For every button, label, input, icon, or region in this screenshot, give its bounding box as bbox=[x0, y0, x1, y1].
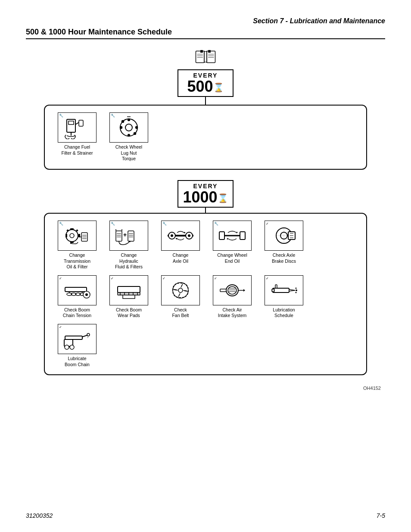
item-lubrication-schedule: ✓ bbox=[260, 275, 308, 319]
item-brake-discs: ✓ bbox=[260, 221, 308, 270]
hydraulic-icon: + bbox=[114, 224, 143, 247]
svg-rect-30 bbox=[65, 234, 67, 237]
diagram-ref: OH4152 bbox=[26, 386, 381, 391]
wheel-end-oil-label: Change WheelEnd Oil bbox=[217, 252, 247, 264]
svg-point-22 bbox=[136, 127, 138, 129]
svg-rect-71 bbox=[65, 287, 87, 292]
svg-rect-60 bbox=[240, 232, 245, 240]
wrench-flag-axle: 🔧 bbox=[162, 222, 167, 226]
every-1000-box: EVERY 1000⌛ bbox=[177, 180, 234, 208]
svg-rect-101 bbox=[275, 285, 277, 288]
items-row-1000-2: ✓ bbox=[53, 275, 358, 319]
svg-marker-56 bbox=[184, 232, 186, 233]
part-number: 31200352 bbox=[26, 512, 53, 519]
lubrication-schedule-label: LubricationSchedule bbox=[273, 307, 295, 319]
svg-point-20 bbox=[128, 134, 130, 137]
svg-point-55 bbox=[188, 234, 190, 237]
manual-book-icon bbox=[193, 48, 218, 67]
item-hydraulic-fluid: 🔧 + bbox=[105, 221, 153, 270]
section-title: Section 7 - Lubrication and Maintenance bbox=[26, 17, 385, 25]
item-transmission-oil: 🔧 bbox=[53, 221, 101, 270]
item-boom-wear-pads: ✓ bbox=[105, 275, 153, 319]
svg-rect-80 bbox=[118, 286, 140, 292]
check-flag-boom-lube: ✓ bbox=[59, 325, 62, 329]
svg-point-19 bbox=[128, 119, 130, 121]
hydraulic-fluid-label: ChangeHydraulicFluid & Filters bbox=[115, 252, 143, 270]
svg-point-104 bbox=[65, 345, 69, 349]
svg-rect-13 bbox=[68, 121, 74, 124]
page-number: 7-5 bbox=[377, 512, 385, 519]
item-air-intake: ✓ bbox=[209, 275, 256, 319]
svg-rect-102 bbox=[65, 336, 82, 339]
check-flag-air: ✓ bbox=[214, 277, 217, 280]
svg-point-98 bbox=[296, 289, 297, 291]
hourglass-1000-icon: ⌛ bbox=[218, 194, 228, 202]
svg-point-21 bbox=[120, 127, 122, 129]
check-flag-fan: ✓ bbox=[162, 277, 165, 280]
fuel-filter-icon bbox=[62, 116, 92, 139]
svg-rect-91 bbox=[220, 289, 226, 292]
svg-rect-90 bbox=[228, 286, 237, 294]
wrench-flag-wheel: 🔧 bbox=[111, 114, 115, 118]
page-footer: 31200352 7-5 bbox=[26, 512, 385, 519]
svg-rect-1 bbox=[207, 51, 215, 62]
svg-point-27 bbox=[70, 233, 74, 238]
svg-point-106 bbox=[87, 333, 90, 336]
page-container: Section 7 - Lubrication and Maintenance … bbox=[0, 0, 411, 532]
lubrication-schedule-icon bbox=[269, 279, 299, 302]
wheel-lug-icon bbox=[114, 116, 143, 139]
item-boom-chain-tension: ✓ bbox=[53, 275, 101, 319]
every-500-number: 500⌛ bbox=[187, 79, 224, 96]
check-flag-chain: ✓ bbox=[59, 277, 62, 280]
svg-point-79 bbox=[85, 293, 88, 296]
transmission-icon bbox=[62, 224, 92, 247]
air-intake-label: Check AirIntake System bbox=[218, 307, 247, 319]
svg-rect-96 bbox=[273, 288, 289, 292]
svg-marker-61 bbox=[237, 232, 238, 233]
check-flag-lube: ✓ bbox=[266, 277, 269, 280]
fan-belt-label: CheckFan Belt bbox=[172, 307, 189, 319]
svg-point-53 bbox=[171, 234, 173, 237]
svg-rect-10 bbox=[200, 50, 203, 53]
axle-oil-label: ChangeAxle Oil bbox=[173, 252, 189, 264]
axle-oil-icon bbox=[166, 224, 195, 247]
wrench-flag-hyd: 🔧 bbox=[111, 222, 115, 226]
brake-discs-label: Check AxleBrake Discs bbox=[272, 252, 296, 264]
boom-chain-lube-icon bbox=[62, 327, 92, 351]
items-box-500: 🔧 bbox=[44, 105, 367, 170]
svg-point-100 bbox=[296, 292, 297, 293]
item-fan-belt: ✓ bbox=[157, 275, 204, 319]
wheel-end-oil-icon bbox=[218, 224, 247, 247]
svg-rect-11 bbox=[208, 50, 211, 53]
svg-rect-15 bbox=[79, 120, 83, 126]
wrench-flag-fuel: 🔧 bbox=[59, 114, 63, 118]
item-check-wheel-lug: 🔧 bbox=[105, 112, 153, 162]
svg-point-23 bbox=[122, 121, 124, 123]
every-1000-section: EVERY 1000⌛ 🔧 bbox=[26, 180, 385, 375]
items-row-1000-3: ✓ bbox=[53, 324, 358, 367]
boom-wear-pads-label: Check BoomWear Pads bbox=[116, 307, 142, 319]
chain-tension-icon bbox=[62, 279, 92, 302]
transmission-oil-label: ChangeTransmissionOil & Filter bbox=[64, 252, 90, 270]
svg-point-18 bbox=[125, 124, 132, 131]
check-flag-brake: ✓ bbox=[266, 222, 269, 226]
air-intake-icon bbox=[218, 279, 247, 302]
wrench-flag-wheel-end: 🔧 bbox=[214, 222, 218, 226]
svg-point-24 bbox=[134, 133, 136, 135]
svg-rect-39 bbox=[116, 231, 122, 241]
svg-rect-0 bbox=[196, 51, 205, 62]
svg-rect-44 bbox=[128, 231, 134, 241]
svg-marker-57 bbox=[175, 238, 177, 240]
connector-500 bbox=[205, 97, 206, 106]
every-500-box: EVERY 500⌛ bbox=[177, 69, 234, 97]
items-row-1000-1: 🔧 bbox=[53, 221, 358, 270]
item-lubricate-boom-chain: ✓ bbox=[53, 324, 101, 367]
every-500-section: EVERY 500⌛ 🔧 bbox=[26, 69, 385, 170]
wear-pads-icon bbox=[114, 279, 143, 302]
items-row-500: 🔧 bbox=[53, 112, 358, 162]
wrench-flag-trans: 🔧 bbox=[59, 222, 63, 226]
svg-point-105 bbox=[70, 345, 74, 349]
svg-text:+: + bbox=[123, 231, 127, 238]
book-icon-area bbox=[26, 48, 385, 67]
fuel-filter-label: Change FuelFilter & Strainer bbox=[62, 144, 93, 156]
